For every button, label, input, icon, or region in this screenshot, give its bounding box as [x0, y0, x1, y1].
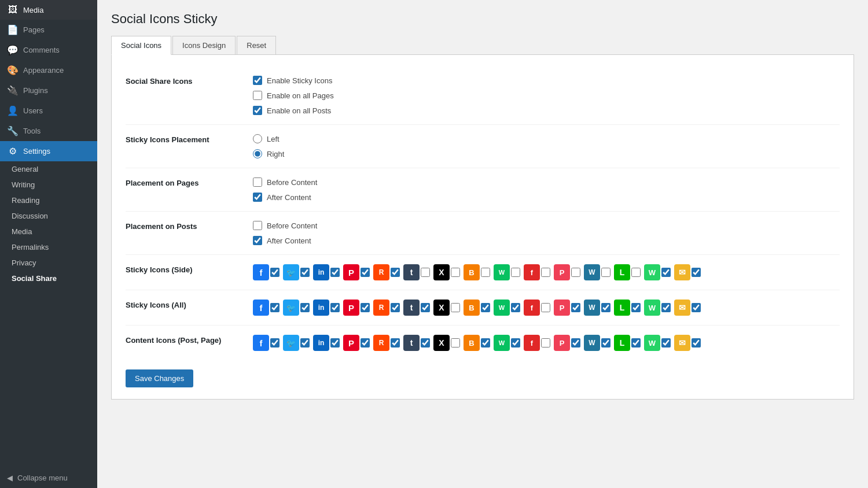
whatsapp-content_checked-checkbox[interactable] [661, 338, 671, 347]
flipboard-icon: f [524, 335, 540, 351]
wordpress-content_checked-checkbox[interactable] [601, 338, 610, 347]
enable-sticky-label[interactable]: Enable Sticky Icons [253, 76, 334, 85]
email-side_checked-checkbox[interactable] [692, 268, 701, 277]
posts-before-label[interactable]: Before Content [253, 221, 317, 230]
pages-after-checkbox[interactable] [253, 193, 262, 202]
reddit-content_checked-checkbox[interactable] [391, 338, 400, 347]
facebook-icon: f [253, 300, 269, 316]
sidebar-sub-media[interactable]: Media [0, 224, 97, 239]
media-icon: 🖼 [7, 5, 19, 15]
pinterest-side_checked-checkbox[interactable] [361, 268, 370, 277]
pocket-all_checked-checkbox[interactable] [571, 303, 580, 312]
reddit-side_checked-checkbox[interactable] [391, 268, 400, 277]
sidebar-item-comments[interactable]: 💬Comments [0, 40, 97, 60]
whatsapp-all_checked-checkbox[interactable] [661, 303, 671, 312]
sidebar-item-users[interactable]: 👤Users [0, 101, 97, 121]
posts-before-checkbox[interactable] [253, 221, 262, 230]
reddit-all_checked-checkbox[interactable] [391, 303, 400, 312]
wechat-content_checked-checkbox[interactable] [511, 338, 520, 347]
line-all_checked-checkbox[interactable] [631, 303, 641, 312]
wordpress-side_checked-checkbox[interactable] [601, 268, 610, 277]
flipboard-side_checked-checkbox[interactable] [541, 268, 550, 277]
comments-icon: 💬 [7, 45, 19, 56]
pinterest-all_checked-checkbox[interactable] [361, 303, 370, 312]
blogger-content_checked-checkbox[interactable] [481, 338, 490, 347]
enable-posts-checkbox[interactable] [253, 106, 262, 115]
whatsapp-side_checked-checkbox[interactable] [661, 268, 671, 277]
linkedin-side_checked-checkbox[interactable] [330, 268, 340, 277]
email-all_checked-checkbox[interactable] [692, 303, 701, 312]
tumblr-icon: t [403, 264, 420, 280]
facebook-content_checked-checkbox[interactable] [270, 338, 279, 347]
wechat-all_checked-checkbox[interactable] [511, 303, 520, 312]
sidebar-item-tools[interactable]: 🔧Tools [0, 121, 97, 141]
enable-posts-label[interactable]: Enable on all Posts [253, 106, 334, 115]
sidebar-sub-permalinks[interactable]: Permalinks [0, 239, 97, 255]
twitter-side_checked-checkbox[interactable] [300, 268, 310, 277]
tab-icons-design[interactable]: Icons Design [172, 36, 236, 54]
tumblr-content_checked-checkbox[interactable] [421, 338, 430, 347]
sidebar-sub-discussion[interactable]: Discussion [0, 208, 97, 224]
facebook-side_checked-checkbox[interactable] [270, 268, 279, 277]
posts-after-checkbox[interactable] [253, 236, 262, 245]
sidebar-item-media[interactable]: 🖼Media [0, 0, 97, 20]
blogger-side_checked-checkbox[interactable] [481, 268, 490, 277]
linkedin-content_checked-checkbox[interactable] [330, 338, 340, 347]
placement-left-label[interactable]: Left [253, 134, 284, 143]
enable-pages-checkbox[interactable] [253, 91, 262, 100]
placement-right-label[interactable]: Right [253, 149, 284, 158]
sidebar-item-plugins[interactable]: 🔌Plugins [0, 80, 97, 101]
tumblr-all_checked-checkbox[interactable] [421, 303, 430, 312]
twitter-all_checked-checkbox[interactable] [300, 303, 310, 312]
sidebar-sub-reading[interactable]: Reading [0, 193, 97, 208]
tumblr-side_checked-checkbox[interactable] [421, 268, 430, 277]
sidebar-sub-social-share[interactable]: Social Share [0, 271, 97, 286]
x-content_checked-checkbox[interactable] [451, 338, 460, 347]
sticky-side-row: Sticky Icons (Side) f🐦inPRtXBWfPWLW✉ [126, 255, 840, 290]
x-all_checked-checkbox[interactable] [451, 303, 460, 312]
sidebar-item-settings[interactable]: ⚙Settings [0, 141, 97, 161]
linkedin-icon: in [313, 335, 329, 351]
facebook-all_checked-checkbox[interactable] [270, 303, 279, 312]
enable-pages-label[interactable]: Enable on all Pages [253, 91, 334, 100]
posts-after-label[interactable]: After Content [253, 236, 317, 245]
email-icon: ✉ [674, 264, 690, 280]
sidebar-item-pages[interactable]: 📄Pages [0, 20, 97, 40]
pocket-side_checked-checkbox[interactable] [571, 268, 580, 277]
email-content_checked-checkbox[interactable] [692, 338, 701, 347]
sidebar-sub-general[interactable]: General [0, 161, 97, 177]
tab-social-icons[interactable]: Social Icons [111, 36, 171, 55]
placement-right-radio[interactable] [253, 149, 262, 158]
flipboard-content_checked-checkbox[interactable] [541, 338, 550, 347]
flipboard-all_checked-checkbox[interactable] [541, 303, 550, 312]
sidebar: 🖼Media📄Pages💬Comments🎨Appearance🔌Plugins… [0, 0, 97, 488]
linkedin-all_checked-checkbox[interactable] [330, 303, 340, 312]
wordpress-all_checked-checkbox[interactable] [601, 303, 610, 312]
pages-before-label[interactable]: Before Content [253, 178, 317, 187]
collapse-label: Collapse menu [17, 474, 68, 482]
pinterest-content_checked-checkbox[interactable] [361, 338, 370, 347]
tumblr-icon: t [403, 300, 420, 316]
icon-pair-pinterest: P [343, 335, 370, 351]
tab-reset[interactable]: Reset [237, 36, 276, 54]
twitter-content_checked-checkbox[interactable] [300, 338, 310, 347]
pocket-content_checked-checkbox[interactable] [571, 338, 580, 347]
placement-left-radio[interactable] [253, 134, 262, 143]
pages-after-label[interactable]: After Content [253, 193, 317, 202]
enable-sticky-checkbox[interactable] [253, 76, 262, 85]
linkedin-icon: in [313, 300, 329, 316]
twitter-icon: 🐦 [283, 264, 299, 280]
save-changes-button[interactable]: Save Changes [126, 369, 193, 387]
wechat-side_checked-checkbox[interactable] [511, 268, 520, 277]
sidebar-sub-privacy[interactable]: Privacy [0, 255, 97, 271]
x-side_checked-checkbox[interactable] [451, 268, 460, 277]
pages-before-checkbox[interactable] [253, 178, 262, 187]
whatsapp-icon: W [644, 300, 660, 316]
collapse-menu-button[interactable]: ◀ Collapse menu [0, 468, 97, 488]
line-side_checked-checkbox[interactable] [631, 268, 641, 277]
sidebar-item-appearance[interactable]: 🎨Appearance [0, 60, 97, 80]
icon-pair-linkedin: in [313, 264, 340, 280]
line-content_checked-checkbox[interactable] [631, 338, 641, 347]
blogger-all_checked-checkbox[interactable] [481, 303, 490, 312]
sidebar-sub-writing[interactable]: Writing [0, 177, 97, 193]
